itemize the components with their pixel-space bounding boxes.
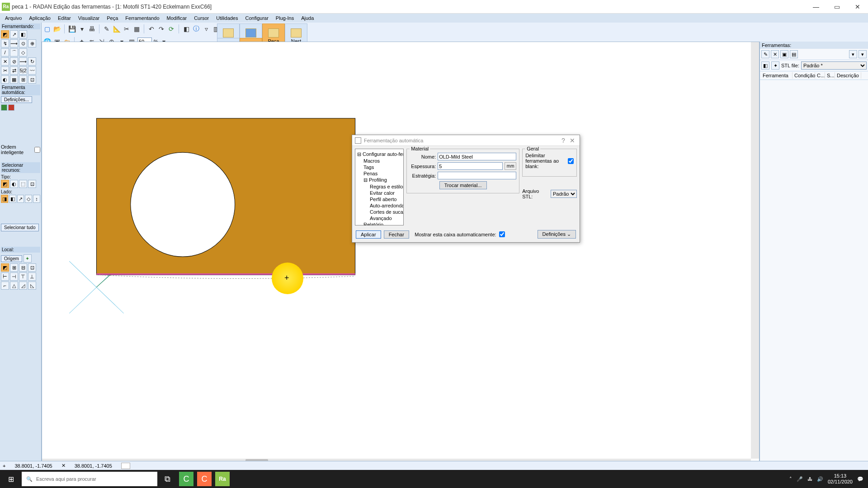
- open-icon[interactable]: 📂: [53, 25, 61, 33]
- vertical-scrollbar[interactable]: [751, 42, 759, 459]
- arqstl-select[interactable]: Padrão: [551, 190, 577, 198]
- taskview-icon[interactable]: ⧉: [157, 470, 177, 488]
- menu-configurar[interactable]: Configurar: [242, 14, 272, 22]
- tool-sq10[interactable]: ◇: [19, 48, 27, 56]
- tree-profiling[interactable]: Profiling: [369, 177, 387, 183]
- menu-cursor[interactable]: Cursor: [191, 14, 212, 22]
- rp-tool5[interactable]: ▾: [849, 50, 857, 58]
- selecionar-tudo-button[interactable]: Selecionar tudo: [1, 224, 39, 231]
- tool-sq20[interactable]: ▦: [10, 75, 18, 84]
- origem-button[interactable]: Origem: [1, 255, 22, 262]
- loc6[interactable]: ⊣: [10, 272, 18, 281]
- tray-mic-icon[interactable]: 🎤: [797, 476, 803, 482]
- nome-input[interactable]: [438, 153, 516, 160]
- loc10[interactable]: △: [10, 282, 18, 290]
- rp-tool4[interactable]: ▤: [790, 50, 798, 58]
- estr-input[interactable]: [438, 172, 516, 179]
- print-icon[interactable]: 🖶: [88, 25, 96, 33]
- menu-plugins[interactable]: Plug-Ins: [273, 14, 297, 22]
- menu-aplicacao[interactable]: Aplicação: [26, 14, 54, 22]
- loc5[interactable]: ⊢: [1, 272, 9, 281]
- tool-sq6[interactable]: ⊙: [19, 39, 27, 47]
- measure-icon[interactable]: 📐: [113, 25, 121, 33]
- tool-sq21[interactable]: ⊞: [19, 75, 27, 84]
- lado-btn2[interactable]: ◧: [9, 195, 16, 203]
- trocar-material-button[interactable]: Trocar material...: [439, 181, 487, 189]
- tree-relatorio[interactable]: Relatório: [357, 221, 401, 225]
- definicoes-button[interactable]: Definições...: [1, 96, 32, 103]
- origem-icon[interactable]: ✦: [24, 254, 32, 263]
- aplicar-button[interactable]: Aplicar: [356, 230, 381, 239]
- tool-sq19[interactable]: ◐: [1, 75, 9, 84]
- tree-macros[interactable]: Macros: [357, 158, 401, 164]
- tree-avanc[interactable]: Avançado: [357, 215, 401, 221]
- tray-network-icon[interactable]: 🖧: [807, 476, 812, 482]
- save-dropdown-icon[interactable]: ▾: [78, 25, 86, 33]
- menu-visualizar[interactable]: Visualizar: [75, 14, 103, 22]
- task-radan[interactable]: Ra: [215, 472, 230, 486]
- loc9[interactable]: ⌐: [1, 282, 9, 290]
- mostrar-checkbox[interactable]: [499, 231, 505, 237]
- lado-btn5[interactable]: ↕: [33, 195, 40, 203]
- tool-sq17[interactable]: 5|2: [19, 66, 27, 75]
- lado-btn3[interactable]: ↗: [17, 195, 24, 203]
- loc7[interactable]: ⊤: [19, 272, 27, 281]
- close-button[interactable]: ✕: [847, 0, 868, 14]
- tool-sq4[interactable]: ↯: [1, 39, 9, 47]
- config-tree[interactable]: ⊟ Configurar auto-ferramenta Macros Tags…: [355, 149, 404, 225]
- minimize-button[interactable]: —: [806, 0, 826, 14]
- tool-sq18[interactable]: 〰: [28, 66, 36, 75]
- loc4[interactable]: ⊡: [28, 263, 36, 272]
- taskbar-search[interactable]: 🔍 Escreva aqui para procurar: [22, 472, 157, 486]
- loc11[interactable]: ◿: [19, 282, 27, 290]
- flag-green-icon[interactable]: [1, 104, 7, 111]
- menu-modificar[interactable]: Modificar: [164, 14, 190, 22]
- maximize-button[interactable]: ▭: [826, 0, 847, 14]
- refresh-icon[interactable]: ⟳: [167, 25, 175, 33]
- tool4-icon[interactable]: ▦: [132, 25, 141, 33]
- tool-sq9[interactable]: ⌒: [10, 48, 18, 56]
- tipo-btn2[interactable]: ◐: [10, 180, 18, 188]
- drawing-canvas[interactable]: +: [42, 42, 760, 467]
- rp-tool2[interactable]: ✕: [771, 50, 779, 58]
- loc1[interactable]: ◩: [1, 263, 9, 272]
- rp-icon-a[interactable]: ◧: [761, 61, 769, 70]
- menu-ajuda[interactable]: Ajuda: [298, 14, 317, 22]
- dialog-help-button[interactable]: ?: [559, 137, 568, 144]
- scissors-icon[interactable]: ✂: [123, 25, 131, 33]
- definicoes-dropdown-button[interactable]: Definições ⌄: [538, 230, 576, 239]
- menu-ferramentando[interactable]: Ferramentando: [122, 14, 162, 22]
- tool-sq22[interactable]: ⊡: [28, 75, 36, 84]
- loc8[interactable]: ⊥: [28, 272, 36, 281]
- tipo-btn3[interactable]: ⬚: [19, 180, 27, 188]
- tree-cortes[interactable]: Cortes de sucata: [357, 209, 401, 215]
- task-app2[interactable]: C: [197, 472, 212, 486]
- loc2[interactable]: ⊞: [10, 263, 18, 272]
- tree-evitar[interactable]: Evitar calor: [357, 190, 401, 196]
- tool-sq14[interactable]: ↻: [28, 57, 36, 66]
- rp-tool6[interactable]: ▾: [859, 50, 867, 58]
- tray-clock[interactable]: 15:13 02/11/2020: [828, 473, 853, 485]
- menu-peca[interactable]: Peça: [104, 14, 121, 22]
- filter-icon[interactable]: ▿: [202, 25, 210, 33]
- new-icon[interactable]: ▢: [43, 25, 51, 33]
- menu-utilidades[interactable]: Utilidades: [213, 14, 241, 22]
- tool-sq15[interactable]: ✂: [1, 66, 9, 75]
- tree-tags[interactable]: Tags: [357, 164, 401, 170]
- lado-btn1[interactable]: ◨: [1, 195, 8, 203]
- esp-input[interactable]: [438, 162, 503, 170]
- rp-tool3[interactable]: ▣: [780, 50, 788, 58]
- rp-icon-b[interactable]: ✦: [771, 61, 779, 70]
- menu-arquivo[interactable]: Arquivo: [2, 14, 25, 22]
- tool-sq16[interactable]: ⇄: [10, 66, 18, 75]
- tool-sq3[interactable]: ◧: [19, 30, 27, 38]
- tool-sq8[interactable]: /: [1, 48, 9, 56]
- delim-checkbox[interactable]: [568, 158, 574, 164]
- status-box[interactable]: [121, 463, 130, 469]
- tool-sq1[interactable]: ◩: [1, 30, 9, 38]
- info-icon[interactable]: ⓘ: [192, 25, 200, 33]
- tool-sq5[interactable]: ⟿: [10, 39, 18, 47]
- save-icon[interactable]: 💾: [68, 25, 76, 33]
- flag-red-icon[interactable]: [8, 104, 14, 111]
- dialog-close-button[interactable]: ✕: [568, 137, 577, 144]
